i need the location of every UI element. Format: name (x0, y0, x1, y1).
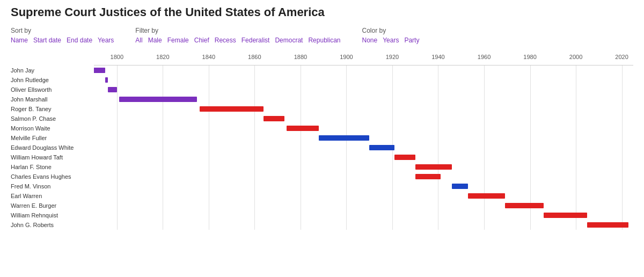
axis-tick-1920: 1920 (386, 54, 399, 60)
justice-name-9: William Howard Taft (11, 152, 94, 162)
filter-option-female[interactable]: Female (167, 37, 189, 44)
names-column: John JayJohn RutledgeOliver EllsworthJoh… (11, 54, 94, 230)
color-group: Color by NoneYearsParty (362, 27, 420, 44)
bars-container (94, 65, 633, 230)
justice-name-7: Melville Fuller (11, 133, 94, 143)
filter-label: Filter by (135, 27, 340, 34)
bar-2[interactable] (108, 87, 117, 92)
axis-tick-1900: 1900 (340, 54, 353, 60)
axis-tick-1860: 1860 (248, 54, 261, 60)
filter-group: Filter by AllMaleFemaleChiefRecessFedera… (135, 27, 340, 44)
axis-tick-1980: 1980 (523, 54, 536, 60)
bar-row-15 (94, 210, 633, 220)
bar-13[interactable] (468, 193, 504, 199)
bar-row-5 (94, 114, 633, 123)
justice-name-10: Harlan F. Stone (11, 162, 94, 172)
bar-row-12 (94, 181, 633, 191)
bar-14[interactable] (505, 203, 544, 208)
page-title: Supreme Court Justices of the United Sta… (11, 5, 633, 19)
bar-row-8 (94, 143, 633, 152)
axis-tick-2000: 2000 (569, 54, 582, 60)
filter-option-male[interactable]: Male (148, 37, 162, 44)
bar-row-13 (94, 191, 633, 201)
color-options: NoneYearsParty (362, 37, 420, 44)
bar-4[interactable] (200, 106, 264, 112)
bar-row-3 (94, 94, 633, 104)
justice-name-11: Charles Evans Hughes (11, 172, 94, 181)
bar-row-2 (94, 85, 633, 94)
justice-name-1: John Rutledge (11, 75, 94, 85)
bar-0[interactable] (94, 68, 105, 73)
timeline-area: 1800182018401860188019001920194019601980… (94, 54, 633, 230)
sort-option-start-date[interactable]: Start date (33, 37, 61, 44)
bar-row-0 (94, 65, 633, 75)
justice-name-13: Earl Warren (11, 191, 94, 201)
bar-5[interactable] (264, 116, 284, 121)
filter-option-chief[interactable]: Chief (194, 37, 209, 44)
axis-tick-1960: 1960 (478, 54, 491, 60)
justice-name-2: Oliver Ellsworth (11, 85, 94, 94)
axis-tick-1800: 1800 (111, 54, 123, 60)
bar-row-4 (94, 104, 633, 114)
filter-option-democrat[interactable]: Democrat (275, 37, 303, 44)
axis-tick-2020: 2020 (615, 54, 628, 60)
controls-area: Sort by NameStart dateEnd dateYears Filt… (11, 27, 633, 44)
justice-name-12: Fred M. Vinson (11, 181, 94, 191)
bar-11[interactable] (415, 174, 441, 179)
bar-6[interactable] (287, 126, 319, 131)
bar-7[interactable] (319, 135, 369, 141)
filter-option-republican[interactable]: Republican (308, 37, 340, 44)
bar-10[interactable] (415, 164, 452, 170)
bar-16[interactable] (587, 222, 628, 228)
axis-tick-1840: 1840 (202, 54, 215, 60)
color-option-none[interactable]: None (362, 37, 378, 44)
justice-name-5: Salmon P. Chase (11, 114, 94, 123)
color-label: Color by (362, 27, 420, 34)
bar-15[interactable] (544, 213, 587, 218)
axis-tick-1820: 1820 (156, 54, 169, 60)
bar-9[interactable] (394, 155, 415, 160)
bar-row-6 (94, 123, 633, 133)
justice-name-4: Roger B. Taney (11, 104, 94, 114)
color-option-party[interactable]: Party (404, 37, 419, 44)
justice-name-0: John Jay (11, 65, 94, 75)
bar-row-14 (94, 201, 633, 210)
sort-options: NameStart dateEnd dateYears (11, 37, 114, 44)
chart-area: John JayJohn RutledgeOliver EllsworthJoh… (11, 54, 633, 230)
axis-tick-1940: 1940 (431, 54, 444, 60)
axis-row: 1800182018401860188019001920194019601980… (94, 54, 633, 65)
sort-option-end-date[interactable]: End date (67, 37, 92, 44)
axis-tick-1880: 1880 (294, 54, 307, 60)
bar-row-9 (94, 152, 633, 162)
bar-1[interactable] (105, 77, 107, 83)
justice-name-6: Morrison Waite (11, 123, 94, 133)
justice-name-3: John Marshall (11, 94, 94, 104)
sort-option-years[interactable]: Years (98, 37, 114, 44)
bar-row-10 (94, 162, 633, 172)
justice-name-16: John G. Roberts (11, 220, 94, 230)
filter-option-recess[interactable]: Recess (215, 37, 236, 44)
names-list: John JayJohn RutledgeOliver EllsworthJoh… (11, 65, 94, 230)
bar-row-11 (94, 172, 633, 181)
bar-3[interactable] (119, 97, 197, 102)
bar-row-7 (94, 133, 633, 143)
color-option-years[interactable]: Years (383, 37, 399, 44)
filter-option-federalist[interactable]: Federalist (241, 37, 270, 44)
filter-option-all[interactable]: All (135, 37, 142, 44)
bar-12[interactable] (452, 184, 468, 189)
justice-name-14: Warren E. Burger (11, 201, 94, 210)
sort-option-name[interactable]: Name (11, 37, 28, 44)
sort-group: Sort by NameStart dateEnd dateYears (11, 27, 114, 44)
sort-label: Sort by (11, 27, 114, 34)
bar-row-1 (94, 75, 633, 85)
justice-name-8: Edward Douglass White (11, 143, 94, 152)
filter-options: AllMaleFemaleChiefRecessFederalistDemocr… (135, 37, 340, 44)
bar-8[interactable] (369, 145, 394, 150)
bar-row-16 (94, 220, 633, 230)
justice-name-15: William Rehnquist (11, 210, 94, 220)
